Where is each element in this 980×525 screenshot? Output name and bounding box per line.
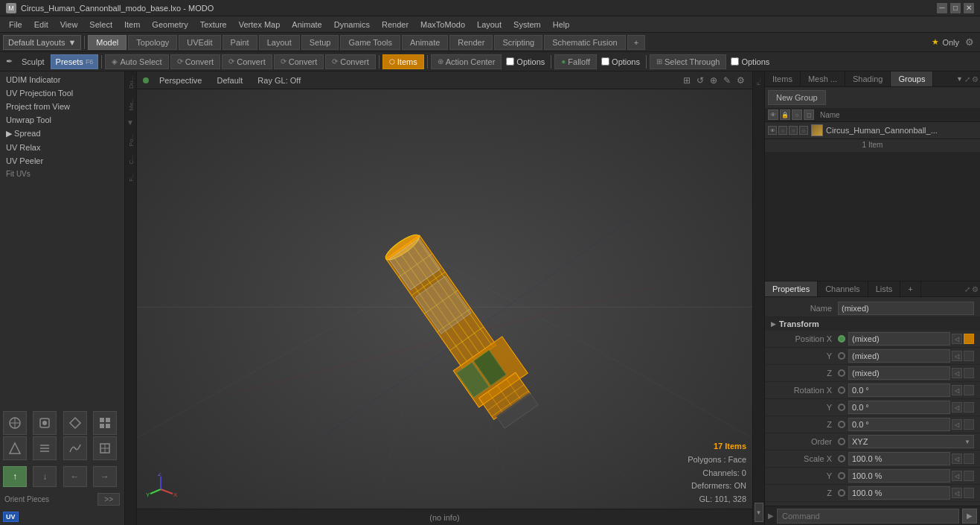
tool-grid-btn-7[interactable]	[93, 436, 117, 460]
tab-topology[interactable]: Topology	[128, 35, 177, 50]
vp-grid-icon[interactable]: ⊞	[682, 74, 692, 87]
tab-model[interactable]: Model	[88, 35, 126, 50]
options3-checkbox[interactable]	[731, 57, 739, 66]
scale-x-value[interactable]: 100.0 %	[848, 452, 950, 465]
group-row-icon-eye[interactable]: 👁	[768, 126, 777, 135]
strip-label-me[interactable]: Me...	[125, 93, 136, 115]
props-tab-properties[interactable]: Properties	[765, 281, 818, 296]
group-icon-sel[interactable]: ◻	[804, 109, 814, 120]
pos-y-icon-1[interactable]: ◁	[952, 351, 962, 361]
group-row-0[interactable]: 👁 ○ ○ ○ Circus_Human_Cannonball_...	[765, 122, 980, 139]
tool-grid-btn-4[interactable]	[3, 436, 27, 460]
viewport[interactable]: Perspective Default Ray GL: Off ⊞ ↺ ⊕ ✎ …	[137, 71, 752, 525]
tool-uv-projection[interactable]: UV Projection Tool	[1, 86, 123, 100]
arrow-up-btn[interactable]: ↑	[3, 466, 27, 487]
rot-z-icon-2[interactable]	[964, 419, 974, 430]
tab-settings-icon[interactable]: ⚙	[972, 75, 979, 83]
items-button[interactable]: ⬡ Items	[382, 54, 424, 69]
name-value[interactable]: (mixed)	[838, 302, 974, 315]
tab-uvedit[interactable]: UVEdit	[179, 35, 220, 50]
rot-x-icon-1[interactable]: ◁	[952, 385, 962, 395]
tab-scripting[interactable]: Scripting	[494, 35, 542, 50]
menu-file[interactable]: File	[3, 19, 28, 31]
rotation-z-value[interactable]: 0.0 °	[848, 418, 950, 431]
scale-z-icon-1[interactable]: ◁	[952, 488, 962, 498]
pos-y-icon-2[interactable]	[964, 351, 974, 361]
strip-arrow[interactable]: ▼	[125, 115, 136, 130]
menu-select[interactable]: Select	[83, 19, 118, 31]
tool-grid-btn-6[interactable]	[63, 436, 87, 460]
menu-render[interactable]: Render	[376, 19, 414, 31]
group-icon-lock[interactable]: 🔒	[780, 109, 790, 120]
scale-y-icon-2[interactable]	[964, 471, 974, 481]
arrow-left-btn[interactable]: ←	[63, 466, 87, 487]
menu-help[interactable]: Help	[547, 19, 576, 31]
position-y-value[interactable]: (mixed)	[848, 349, 950, 363]
close-button[interactable]: ✕	[964, 3, 974, 13]
menu-texture[interactable]: Texture	[194, 19, 233, 31]
strip-label-po[interactable]: Po...	[125, 130, 136, 150]
menu-geometry[interactable]: Geometry	[146, 19, 193, 31]
vp-edit-icon[interactable]: ✎	[722, 74, 732, 87]
scroll-down-btn[interactable]: ▼	[755, 503, 763, 522]
rot-z-icon-1[interactable]: ◁	[952, 419, 962, 430]
scale-z-value[interactable]: 100.0 %	[848, 486, 950, 500]
tool-uv-peeler[interactable]: UV Peeler	[1, 154, 123, 168]
tool-unwrap[interactable]: Unwrap Tool	[1, 113, 123, 127]
tab-setup[interactable]: Setup	[301, 35, 339, 50]
scale-x-icon-1[interactable]: ◁	[952, 454, 962, 464]
vp-gear-icon[interactable]: ⚙	[735, 74, 746, 87]
layout-dropdown[interactable]: Default Layouts ▼	[3, 35, 81, 50]
props-tab-add[interactable]: +	[900, 281, 920, 296]
expand-button[interactable]: >>	[97, 493, 120, 506]
menu-maxtomodo[interactable]: MaxToModo	[414, 19, 471, 31]
props-settings-icon[interactable]: ⚙	[972, 285, 979, 293]
convert-button-1[interactable]: ⟳ Convert	[170, 54, 221, 69]
tool-project-from-view[interactable]: Project from View	[1, 100, 123, 113]
options2-checkbox[interactable]	[601, 57, 609, 66]
group-icon-eye[interactable]: 👁	[768, 109, 778, 120]
position-z-value[interactable]: (mixed)	[848, 366, 950, 380]
right-tab-items[interactable]: Items	[765, 71, 801, 86]
tool-spread[interactable]: ▶ Spread	[1, 127, 123, 141]
position-x-value[interactable]: (mixed)	[848, 332, 950, 346]
arrow-down-btn[interactable]: ↓	[33, 466, 57, 487]
group-row-icon-render[interactable]: ○	[789, 126, 798, 135]
tool-uv-relax[interactable]: UV Relax	[1, 141, 123, 154]
presets-button[interactable]: Presets F6	[51, 54, 99, 69]
minimize-button[interactable]: ─	[937, 3, 947, 13]
rotation-x-value[interactable]: 0.0 °	[848, 384, 950, 397]
right-tab-shading[interactable]: Shading	[845, 71, 891, 86]
strip-label-du[interactable]: Du...	[125, 71, 136, 93]
convert-button-4[interactable]: ⟳ Convert	[325, 54, 376, 69]
tab-dropdown-icon[interactable]: ▼	[956, 75, 963, 83]
pos-z-icon-1[interactable]: ◁	[952, 368, 962, 378]
scale-x-icon-2[interactable]	[964, 454, 974, 464]
scale-z-icon-2[interactable]	[964, 488, 974, 498]
pos-x-icon-1[interactable]: ◁	[952, 334, 962, 344]
title-bar-controls[interactable]: ─ □ ✕	[937, 3, 974, 13]
tool-grid-btn-0[interactable]	[3, 411, 27, 435]
transform-section[interactable]: ▶ Transform	[765, 317, 980, 331]
convert-button-2[interactable]: ⟳ Convert	[222, 54, 272, 69]
rot-y-icon-2[interactable]	[964, 402, 974, 413]
props-tab-channels[interactable]: Channels	[818, 281, 868, 296]
tool-fit-uvs[interactable]: Fit UVs	[1, 168, 123, 180]
arrow-right-btn[interactable]: →	[93, 466, 117, 487]
menu-view[interactable]: View	[54, 19, 84, 31]
tab-layout[interactable]: Layout	[259, 35, 300, 50]
tab-render[interactable]: Render	[449, 35, 493, 50]
options-check-group[interactable]: Options	[503, 57, 548, 66]
viewport-canvas[interactable]: X Y Z 17 Items Polygons : Face Channels:…	[137, 89, 752, 525]
tab-game-tools[interactable]: Game Tools	[340, 35, 400, 50]
menu-system[interactable]: System	[507, 19, 547, 31]
menu-item[interactable]: Item	[118, 19, 146, 31]
menu-animate[interactable]: Animate	[286, 19, 327, 31]
order-dropdown[interactable]: XYZ ▼	[848, 435, 974, 448]
tab-animate[interactable]: Animate	[402, 35, 448, 50]
falloff-button[interactable]: ● Falloff	[554, 54, 597, 69]
right-strip-label[interactable]: F...	[752, 73, 765, 90]
menu-edit[interactable]: Edit	[28, 19, 54, 31]
group-icon-render[interactable]: ○	[792, 109, 802, 120]
rot-x-icon-2[interactable]	[964, 385, 974, 395]
